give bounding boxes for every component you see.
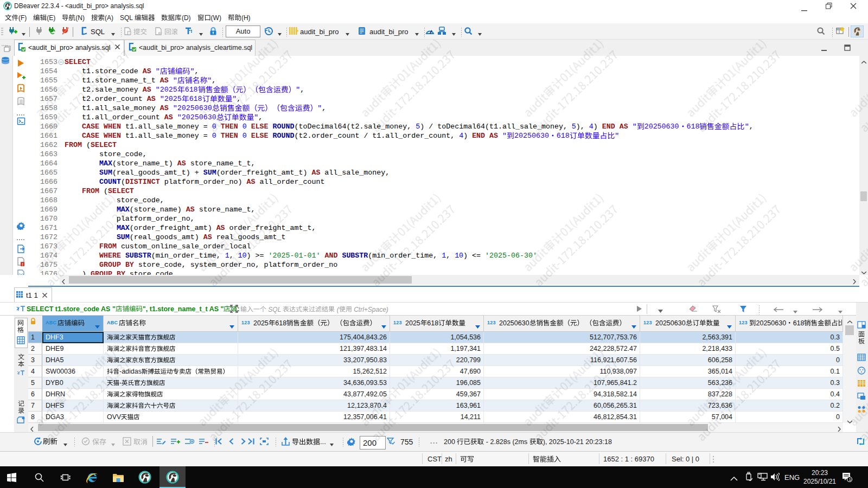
svg-text:1: 1: [848, 477, 851, 482]
